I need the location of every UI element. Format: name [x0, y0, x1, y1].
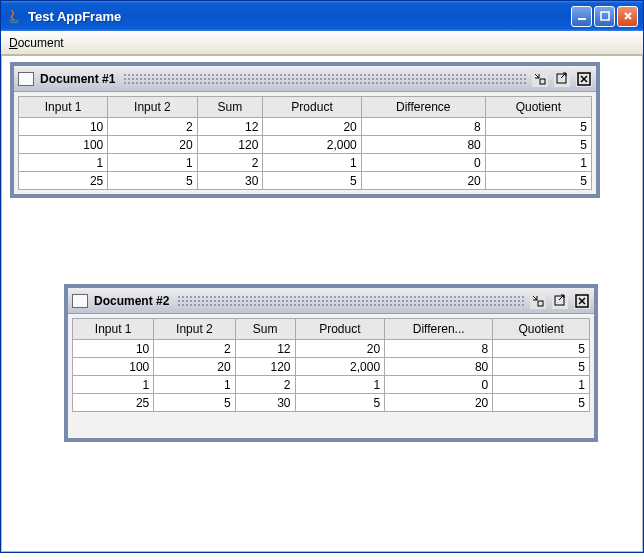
col-product[interactable]: Product: [263, 97, 361, 118]
close-internal-button[interactable]: [576, 71, 592, 87]
cell[interactable]: 1: [73, 376, 154, 394]
internal-frame-titlebar[interactable]: Document #2: [68, 288, 594, 314]
cell[interactable]: 12: [197, 118, 263, 136]
col-product[interactable]: Product: [295, 319, 385, 340]
menubar: Document: [1, 31, 643, 55]
internal-frame-content: Input 1 Input 2 Sum Product Difference Q…: [14, 92, 596, 194]
cell[interactable]: 5: [493, 394, 590, 412]
cell[interactable]: 1: [295, 376, 385, 394]
col-difference[interactable]: Difference: [361, 97, 485, 118]
cell[interactable]: 20: [361, 172, 485, 190]
internal-frame-buttons: [530, 293, 590, 309]
menu-rest: ocument: [18, 36, 64, 50]
cell[interactable]: 10: [73, 340, 154, 358]
maximize-internal-button[interactable]: [554, 71, 570, 87]
svg-rect-6: [555, 296, 564, 305]
col-sum[interactable]: Sum: [235, 319, 295, 340]
table-row[interactable]: 100 20 120 2,000 80 5: [19, 136, 592, 154]
cell[interactable]: 5: [295, 394, 385, 412]
table-row[interactable]: 25 5 30 5 20 5: [19, 172, 592, 190]
table-row[interactable]: 1 1 2 1 0 1: [73, 376, 590, 394]
titlebar[interactable]: Test AppFrame: [1, 1, 643, 31]
internal-frame-doc1[interactable]: Document #1: [10, 62, 600, 198]
svg-rect-3: [557, 74, 566, 83]
content-pad: [72, 412, 590, 434]
cell[interactable]: 30: [197, 172, 263, 190]
cell[interactable]: 0: [361, 154, 485, 172]
cell[interactable]: 1: [493, 376, 590, 394]
cell[interactable]: 10: [19, 118, 108, 136]
cell[interactable]: 1: [485, 154, 591, 172]
menu-document[interactable]: Document: [9, 36, 64, 50]
cell[interactable]: 5: [485, 118, 591, 136]
close-internal-button[interactable]: [574, 293, 590, 309]
document-icon: [72, 294, 88, 308]
table-row[interactable]: 10 2 12 20 8 5: [19, 118, 592, 136]
cell[interactable]: 5: [263, 172, 361, 190]
col-sum[interactable]: Sum: [197, 97, 263, 118]
table-row[interactable]: 100 20 120 2,000 80 5: [73, 358, 590, 376]
cell[interactable]: 8: [361, 118, 485, 136]
col-input2[interactable]: Input 2: [154, 319, 235, 340]
cell[interactable]: 5: [485, 172, 591, 190]
cell[interactable]: 5: [493, 340, 590, 358]
cell[interactable]: 80: [385, 358, 493, 376]
col-quotient[interactable]: Quotient: [493, 319, 590, 340]
minimize-button[interactable]: [571, 6, 592, 27]
cell[interactable]: 5: [108, 172, 197, 190]
cell[interactable]: 120: [197, 136, 263, 154]
cell[interactable]: 120: [235, 358, 295, 376]
cell[interactable]: 2: [197, 154, 263, 172]
iconify-button[interactable]: [530, 293, 546, 309]
cell[interactable]: 100: [73, 358, 154, 376]
cell[interactable]: 2: [108, 118, 197, 136]
col-input1[interactable]: Input 1: [73, 319, 154, 340]
drag-handle[interactable]: [123, 73, 526, 85]
table-row[interactable]: 1 1 2 1 0 1: [19, 154, 592, 172]
table-row[interactable]: 10 2 12 20 8 5: [73, 340, 590, 358]
cell[interactable]: 2,000: [295, 358, 385, 376]
cell[interactable]: 100: [19, 136, 108, 154]
col-input2[interactable]: Input 2: [108, 97, 197, 118]
cell[interactable]: 1: [263, 154, 361, 172]
cell[interactable]: 2,000: [263, 136, 361, 154]
cell[interactable]: 5: [493, 358, 590, 376]
cell[interactable]: 25: [19, 172, 108, 190]
col-difference[interactable]: Differen...: [385, 319, 493, 340]
cell[interactable]: 12: [235, 340, 295, 358]
cell[interactable]: 20: [108, 136, 197, 154]
window-buttons: [571, 6, 638, 27]
maximize-button[interactable]: [594, 6, 615, 27]
maximize-internal-button[interactable]: [552, 293, 568, 309]
svg-rect-0: [578, 18, 586, 20]
internal-frame-doc2[interactable]: Document #2: [64, 284, 598, 442]
internal-frame-titlebar[interactable]: Document #1: [14, 66, 596, 92]
cell[interactable]: 1: [108, 154, 197, 172]
table-row[interactable]: 25 5 30 5 20 5: [73, 394, 590, 412]
cell[interactable]: 5: [485, 136, 591, 154]
cell[interactable]: 8: [385, 340, 493, 358]
col-input1[interactable]: Input 1: [19, 97, 108, 118]
data-table-doc1[interactable]: Input 1 Input 2 Sum Product Difference Q…: [18, 96, 592, 190]
svg-rect-5: [538, 301, 543, 306]
cell[interactable]: 20: [154, 358, 235, 376]
iconify-button[interactable]: [532, 71, 548, 87]
drag-handle[interactable]: [177, 295, 524, 307]
close-button[interactable]: [617, 6, 638, 27]
cell[interactable]: 1: [19, 154, 108, 172]
cell[interactable]: 5: [154, 394, 235, 412]
data-table-doc2[interactable]: Input 1 Input 2 Sum Product Differen... …: [72, 318, 590, 412]
cell[interactable]: 0: [385, 376, 493, 394]
cell[interactable]: 2: [235, 376, 295, 394]
cell[interactable]: 20: [295, 340, 385, 358]
cell[interactable]: 20: [385, 394, 493, 412]
cell[interactable]: 1: [154, 376, 235, 394]
cell[interactable]: 30: [235, 394, 295, 412]
internal-frame-title: Document #1: [40, 72, 115, 86]
desktop-pane[interactable]: Document #1: [1, 55, 643, 552]
cell[interactable]: 80: [361, 136, 485, 154]
cell[interactable]: 20: [263, 118, 361, 136]
col-quotient[interactable]: Quotient: [485, 97, 591, 118]
cell[interactable]: 25: [73, 394, 154, 412]
cell[interactable]: 2: [154, 340, 235, 358]
